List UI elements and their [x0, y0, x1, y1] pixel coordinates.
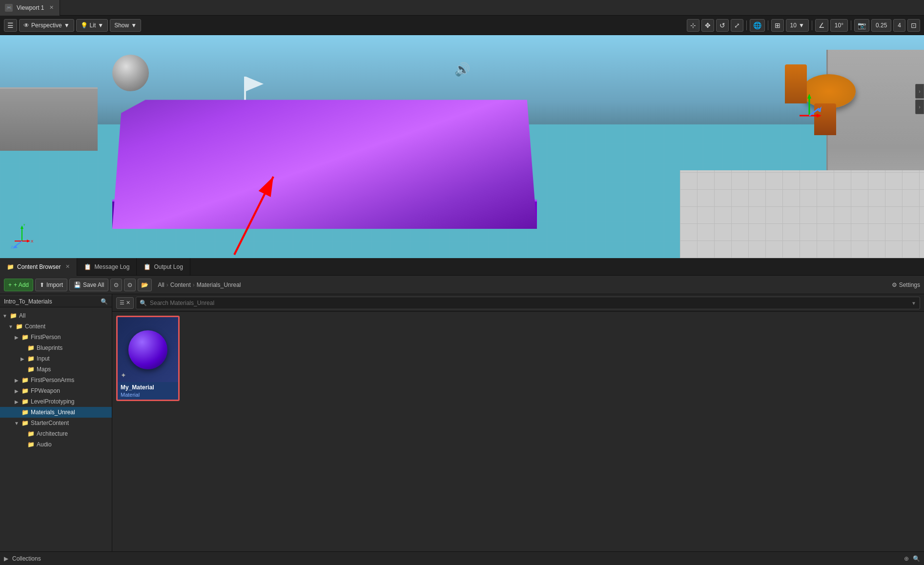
- floor-tiles-right: [680, 170, 924, 258]
- breadcrumb: All › Content › Materials_Unreal: [158, 282, 241, 288]
- viewport-toolbar: ☰ 👁 Perspective ▼ 💡 Lit ▼ Show ▼ ⊹ ✥ ↺ ⤢…: [0, 16, 924, 35]
- tab-message-log[interactable]: 📋 Message Log: [77, 258, 137, 276]
- nav-back-button[interactable]: ⊙: [110, 279, 122, 291]
- tree-item-materials-unreal[interactable]: 📁 Materials_Unreal: [0, 407, 112, 418]
- tree-item-startercontent[interactable]: ▼ 📁 StarterContent: [0, 418, 112, 428]
- stone-sphere: [112, 55, 149, 91]
- viewport-tab-close[interactable]: ✕: [48, 4, 55, 11]
- svg-marker-1: [246, 77, 264, 91]
- folder-icon-firstpersonarms: 📁: [21, 377, 29, 383]
- breadcrumb-materials[interactable]: Materials_Unreal: [197, 282, 241, 288]
- breadcrumb-sep-2: ›: [193, 282, 195, 288]
- axis-indicator: Y X Z: [10, 224, 34, 248]
- tree-item-firstperson[interactable]: ▶ 📁 FirstPerson: [0, 332, 112, 343]
- edge-button-1[interactable]: ›: [915, 84, 924, 99]
- output-log-label: Output Log: [154, 263, 183, 270]
- add-label: + Add: [14, 282, 29, 288]
- scale-tool-button[interactable]: ⤢: [731, 19, 743, 32]
- lit-label: Lit: [90, 22, 96, 29]
- tab-output-log[interactable]: 📋 Output Log: [137, 258, 190, 276]
- viewport-scene[interactable]: 🔊: [0, 35, 924, 258]
- lit-icon: 💡: [81, 22, 88, 29]
- tree-item-blueprints[interactable]: 📁 Blueprints: [0, 343, 112, 353]
- angle-button[interactable]: 10°: [830, 19, 848, 32]
- angle-value: 10°: [835, 22, 843, 29]
- tree-item-all[interactable]: ▼ 📁 All: [0, 310, 112, 321]
- tree-item-audio[interactable]: 📁 Audio: [0, 439, 112, 450]
- breadcrumb-content[interactable]: Content: [170, 282, 191, 288]
- svg-marker-21: [27, 240, 30, 242]
- tree-arrow-firstpersonarms: ▶: [14, 378, 20, 383]
- perspective-icon: 👁: [23, 22, 29, 29]
- tree-label-architecture: Architecture: [37, 430, 68, 437]
- content-browser-label: Content Browser: [17, 263, 61, 270]
- nav-folder-button[interactable]: 📂: [138, 279, 152, 291]
- angle-icon-button[interactable]: ∠: [815, 19, 828, 32]
- tree-item-fpweapon[interactable]: ▶ 📁 FPWeapon: [0, 385, 112, 396]
- grid-size-button[interactable]: 10 ▼: [786, 19, 809, 32]
- show-button[interactable]: Show ▼: [110, 19, 141, 32]
- camera-icon-button[interactable]: 📷: [854, 19, 869, 32]
- tree-label-materials-unreal: Materials_Unreal: [31, 409, 75, 416]
- tree-arrow-levelprototyping: ▶: [14, 399, 20, 404]
- tab-content-browser[interactable]: 📁 Content Browser ✕: [0, 258, 77, 276]
- search-input[interactable]: [136, 297, 920, 309]
- import-button[interactable]: ⬆ Import: [35, 279, 67, 291]
- folder-tree: ▼ 📁 All ▼ 📁 Content ▶ 📁 FirstPerson: [0, 309, 112, 451]
- add-icon: +: [8, 282, 12, 288]
- search-dropdown-arrow[interactable]: ▼: [911, 300, 916, 305]
- tree-label-fpweapon: FPWeapon: [31, 387, 60, 394]
- concrete-platform: [0, 87, 98, 151]
- content-browser-toolbar: + + Add ⬆ Import 💾 Save All ⊙ ⊙ 📂 All › …: [0, 276, 924, 294]
- camera-speed-button[interactable]: 4: [893, 19, 905, 32]
- tree-arrow-all: ▼: [2, 313, 8, 319]
- content-browser-close[interactable]: ✕: [65, 263, 70, 270]
- tree-label-audio: Audio: [37, 441, 52, 448]
- tree-item-firstpersonarms[interactable]: ▶ 📁 FirstPersonArms: [0, 375, 112, 385]
- add-button[interactable]: + + Add: [4, 279, 33, 291]
- perspective-button[interactable]: 👁 Perspective ▼: [19, 19, 74, 32]
- tree-item-architecture[interactable]: 📁 Architecture: [0, 428, 112, 439]
- tree-item-levelprototyping[interactable]: ▶ 📁 LevelPrototyping: [0, 396, 112, 407]
- hamburger-menu-button[interactable]: ☰: [4, 19, 17, 32]
- tree-label-all: All: [19, 312, 25, 319]
- sidebar-search-icon[interactable]: 🔍: [101, 298, 108, 305]
- grid-size-value: 10: [790, 22, 797, 29]
- lit-button[interactable]: 💡 Lit ▼: [76, 19, 108, 32]
- grid-button[interactable]: ⊞: [771, 19, 784, 32]
- viewport-tab[interactable]: 🎮 Viewport 1 ✕: [0, 0, 60, 16]
- asset-info-my-material: My_Material Material: [118, 382, 178, 400]
- tree-item-maps[interactable]: 📁 Maps: [0, 364, 112, 375]
- filter-close-icon: ✕: [126, 300, 130, 306]
- maximize-button[interactable]: ⊡: [907, 19, 920, 32]
- message-log-icon: 📋: [84, 263, 91, 270]
- filter-button[interactable]: ☰ ✕: [116, 297, 134, 309]
- tree-arrow-content: ▼: [8, 324, 14, 329]
- viewport-tab-label: Viewport 1: [17, 4, 44, 11]
- rotate-tool-button[interactable]: ↺: [716, 19, 729, 32]
- asset-tile-my-material[interactable]: ✦ My_Material Material: [116, 316, 180, 401]
- tree-item-content[interactable]: ▼ 📁 Content: [0, 321, 112, 332]
- edge-button-2[interactable]: ›: [915, 100, 924, 114]
- folder-icon-content: 📁: [16, 323, 23, 330]
- cb-main: ☰ ✕ 🔍 ▼ ✦ My_Material: [112, 294, 924, 565]
- cb-content: Intro_To_Materials 🔍 ▼ 📁 All ▼ 📁 Content: [0, 294, 924, 565]
- collections-expand-arrow[interactable]: ▶: [4, 555, 8, 562]
- scale-button[interactable]: 0.25: [871, 19, 891, 32]
- breadcrumb-all[interactable]: All: [158, 282, 164, 288]
- save-all-button[interactable]: 💾 Save All: [69, 279, 108, 291]
- select-tool-button[interactable]: ⊹: [687, 19, 699, 32]
- settings-button[interactable]: ⚙ Settings: [892, 282, 920, 288]
- folder-icon-audio: 📁: [27, 441, 35, 448]
- tree-item-input[interactable]: ▶ 📁 Input: [0, 353, 112, 364]
- search-input-wrap: 🔍 ▼: [136, 297, 920, 309]
- toolbar-separator-3: [812, 20, 812, 30]
- settings-icon: ⚙: [892, 282, 897, 288]
- world-icon-button[interactable]: 🌐: [750, 19, 765, 32]
- folder-icon-all: 📁: [10, 312, 17, 319]
- grid-size-arrow: ▼: [799, 22, 804, 29]
- transform-tool-button[interactable]: ✥: [701, 19, 714, 32]
- nav-forward-button[interactable]: ⊙: [124, 279, 136, 291]
- folder-icon-input: 📁: [27, 355, 35, 362]
- asset-type-label: Material: [121, 392, 175, 398]
